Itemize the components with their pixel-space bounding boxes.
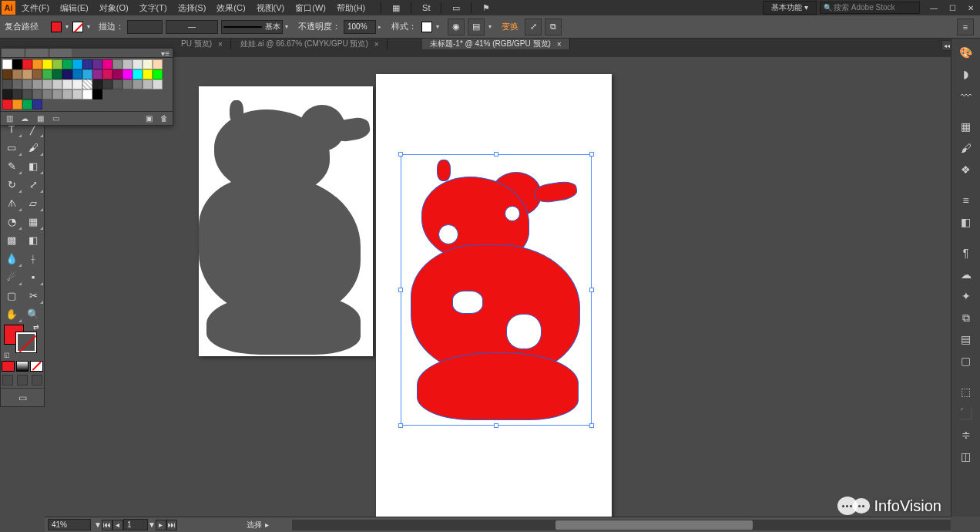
menu-select[interactable]: 选择(S) <box>178 2 206 14</box>
swatch[interactable] <box>92 89 102 99</box>
artboard-icon[interactable]: ▢ <box>955 352 977 370</box>
delete-swatch-icon[interactable]: 🗑 <box>159 113 169 124</box>
draw-inside-icon[interactable] <box>32 375 42 386</box>
window-maximize[interactable]: ☐ <box>943 2 962 14</box>
swatch[interactable] <box>82 79 92 89</box>
tab-close-icon[interactable]: × <box>218 40 223 49</box>
menu-help[interactable]: 帮助(H) <box>337 2 365 14</box>
screen-mode-button[interactable]: ▭ <box>1 388 44 406</box>
swatch[interactable] <box>72 89 82 99</box>
window-close[interactable]: ✕ <box>962 2 980 14</box>
swatch[interactable] <box>82 69 92 79</box>
swatch[interactable] <box>143 59 153 69</box>
free-transform-tool[interactable]: ▱ <box>22 194 44 212</box>
menu-effect[interactable]: 效果(C) <box>216 2 245 14</box>
swatch[interactable] <box>22 99 32 109</box>
swap-fill-stroke-icon[interactable]: ⇄ <box>33 323 39 331</box>
blend-tool[interactable]: ⟊ <box>22 249 44 268</box>
first-artboard-icon[interactable]: ⏮ <box>102 520 112 530</box>
paintbrush-tool[interactable]: 🖌 <box>22 138 44 157</box>
tab-close-icon[interactable]: × <box>374 40 379 49</box>
zoom-level-input[interactable]: 41% <box>48 519 91 530</box>
swatch[interactable] <box>72 59 82 69</box>
eraser-tool[interactable]: ◧ <box>22 157 44 175</box>
menu-edit[interactable]: 编辑(E) <box>60 2 89 14</box>
cloud-icon[interactable]: ☁ <box>955 265 977 284</box>
color-mode-none[interactable] <box>30 361 43 372</box>
gradient-tool[interactable]: ◧ <box>22 231 44 249</box>
shape-builder-tool[interactable]: ◔ <box>1 212 22 231</box>
rotate-tool[interactable]: ↻ <box>1 175 22 194</box>
selection-handle[interactable] <box>398 423 403 428</box>
selection-handle[interactable] <box>494 423 498 428</box>
swatches-panel[interactable]: ▾≡ ▥ ☁ ▦ ▭ ▣ 🗑 <box>0 48 173 126</box>
swatch[interactable] <box>153 69 163 79</box>
swatch[interactable] <box>102 69 112 79</box>
stock-search-input[interactable]: 搜索 Adobe Stock <box>820 2 920 14</box>
selection-handle[interactable] <box>398 152 403 157</box>
symbol-sprayer-tool[interactable]: ☄ <box>1 268 22 286</box>
gpu-icon[interactable]: ⚑ <box>478 2 495 14</box>
draw-behind-icon[interactable] <box>17 375 28 386</box>
swatch[interactable] <box>102 79 112 89</box>
pathfinder-icon[interactable]: ◫ <box>955 447 977 466</box>
swatch[interactable] <box>42 89 52 99</box>
swatch[interactable] <box>112 69 123 79</box>
menu-window[interactable]: 窗口(W) <box>295 2 326 14</box>
fill-dropdown[interactable]: ▼ <box>63 22 71 32</box>
stock-icon[interactable]: St <box>418 2 435 14</box>
window-minimize[interactable]: — <box>925 2 943 14</box>
swatch[interactable] <box>52 79 62 89</box>
tab-close-icon[interactable]: × <box>557 40 562 49</box>
menu-view[interactable]: 视图(V) <box>257 2 285 14</box>
swatch[interactable] <box>2 69 12 79</box>
swatch[interactable] <box>2 59 12 69</box>
workspace-switcher[interactable]: 基本功能 ▾ <box>763 1 817 15</box>
swatch[interactable] <box>143 79 153 89</box>
fill-swatch[interactable] <box>51 22 62 32</box>
swatch-libraries-icon[interactable]: ▥ <box>4 113 15 124</box>
brush-dropdown[interactable]: ▼ <box>283 22 290 32</box>
horizontal-scrollbar[interactable] <box>292 520 951 530</box>
text-icon[interactable]: ¶ <box>955 244 977 262</box>
swatch-options-icon[interactable]: ▦ <box>35 113 45 124</box>
perspective-grid-tool[interactable]: ▦ <box>22 212 44 231</box>
arrange-icon[interactable]: ▭ <box>448 2 465 14</box>
column-graph-tool[interactable]: ▪ <box>22 268 44 286</box>
artboard-number-input[interactable]: 1 <box>123 519 148 530</box>
shaper-tool[interactable]: ✎ <box>1 157 22 175</box>
swatch[interactable] <box>153 79 163 89</box>
rectangle-tool[interactable]: ▭ <box>1 138 22 157</box>
selected-artwork[interactable] <box>406 160 586 420</box>
star-icon[interactable]: ✦ <box>955 287 977 305</box>
swatch[interactable] <box>2 99 12 109</box>
layers-icon[interactable]: ▤ <box>955 330 977 348</box>
align-icon[interactable]: ▤ <box>468 19 485 35</box>
swatch[interactable] <box>62 69 72 79</box>
menu-type[interactable]: 文字(T) <box>139 2 167 14</box>
style-dropdown[interactable]: ▼ <box>434 22 441 32</box>
isolate-icon[interactable]: ⤢ <box>525 19 542 35</box>
menu-icon[interactable]: ≡ <box>955 191 977 210</box>
swatch[interactable] <box>143 69 153 79</box>
swatch[interactable] <box>102 59 112 69</box>
swatch[interactable] <box>123 59 133 69</box>
swatch[interactable] <box>112 79 123 89</box>
swatch[interactable] <box>32 59 42 69</box>
graphic-style-swatch[interactable] <box>421 22 432 32</box>
menu-file[interactable]: 文件(F) <box>22 2 49 14</box>
document-tab-active[interactable]: 未标题-1* @ 41% (RGB/GPU 预览)× <box>422 39 570 49</box>
swatch[interactable] <box>72 79 82 89</box>
brush-icon[interactable]: 🖌 <box>955 139 977 157</box>
draw-normal-icon[interactable] <box>2 375 13 386</box>
controlbar-menu-icon[interactable]: ≡ <box>957 19 974 35</box>
crop-icon[interactable]: ⧉ <box>545 19 562 35</box>
swatch[interactable] <box>42 69 52 79</box>
mesh-tool[interactable]: ▩ <box>1 231 22 249</box>
stroke-swatch[interactable] <box>72 22 83 32</box>
new-swatch-icon[interactable]: ▣ <box>143 113 154 124</box>
swatch[interactable] <box>82 89 92 99</box>
swatch[interactable] <box>32 69 42 79</box>
slice-tool[interactable]: ✂ <box>22 286 44 305</box>
swatch[interactable] <box>22 69 32 79</box>
